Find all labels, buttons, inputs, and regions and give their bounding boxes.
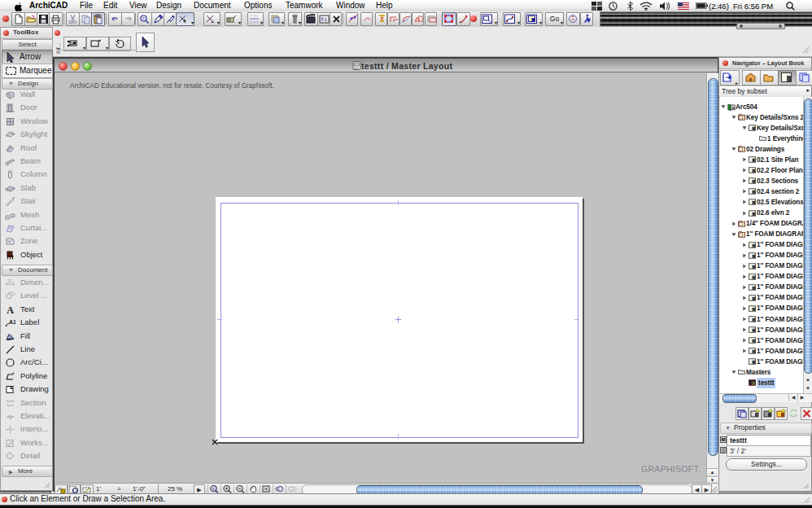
svg-text:12: 12 bbox=[11, 292, 15, 296]
svg-text:12: 12 bbox=[7, 278, 12, 283]
svg-text:A: A bbox=[7, 304, 14, 315]
svg-text:?: ? bbox=[142, 16, 145, 21]
svg-text:±: ± bbox=[212, 486, 215, 491]
svg-text:A1: A1 bbox=[9, 319, 15, 325]
